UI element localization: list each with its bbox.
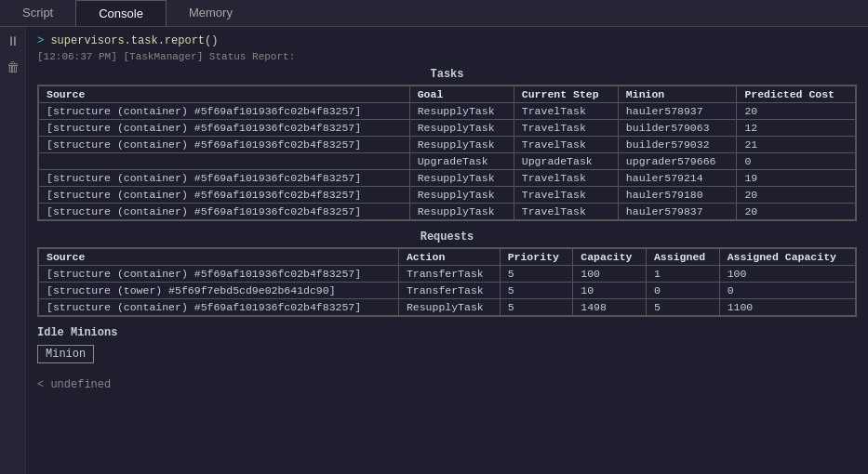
- table-cell: TravelTask: [514, 137, 618, 153]
- requests-col-header: Capacity: [573, 249, 647, 266]
- table-cell: [structure (container) #5f69af101936fc02…: [39, 170, 410, 187]
- table-cell: ResupplyTask: [409, 103, 514, 120]
- tasks-header-row: SourceGoalCurrent StepMinionPredicted Co…: [39, 86, 856, 103]
- table-cell: 10: [573, 283, 647, 299]
- table-row: [structure (container) #5f69af101936fc02…: [39, 299, 856, 316]
- table-cell: hauler579837: [618, 204, 737, 220]
- requests-col-header: Assigned Capacity: [719, 249, 855, 266]
- table-cell: UpgradeTask: [514, 153, 618, 170]
- table-cell: TransferTask: [398, 266, 500, 283]
- table-cell: ResupplyTask: [409, 120, 514, 137]
- tab-script[interactable]: Script: [0, 0, 75, 26]
- table-cell: 21: [737, 137, 856, 153]
- tasks-section-title: Tasks: [37, 68, 857, 81]
- timestamp-text: [12:06:37 PM]: [37, 51, 117, 62]
- table-cell: 100: [719, 266, 855, 283]
- table-cell: 5: [500, 266, 573, 283]
- table-row: UpgradeTaskUpgradeTaskupgrader5796660: [39, 153, 856, 170]
- trash-icon[interactable]: 🗑: [7, 60, 20, 75]
- table-cell: TransferTask: [398, 283, 500, 299]
- table-cell: hauler579180: [618, 187, 737, 204]
- table-cell: 1: [646, 266, 719, 283]
- status-label-text: [TaskManager] Status Report:: [123, 51, 295, 62]
- idle-minions-title: Idle Minions: [37, 326, 857, 339]
- table-cell: ResupplyTask: [409, 204, 514, 220]
- tab-bar: Script Console Memory: [0, 0, 868, 27]
- status-timestamp: [12:06:37 PM] [TaskManager] Status Repor…: [37, 51, 857, 62]
- console-area[interactable]: > supervisors.task.report() [12:06:37 PM…: [26, 27, 868, 474]
- table-row: [structure (container) #5f69af101936fc02…: [39, 187, 856, 204]
- table-cell: UpgradeTask: [409, 153, 514, 170]
- requests-col-header: Action: [398, 249, 500, 266]
- table-row: [structure (container) #5f69af101936fc02…: [39, 204, 856, 220]
- table-cell: [39, 153, 410, 170]
- table-cell: TravelTask: [514, 103, 618, 120]
- tasks-col-header: Minion: [618, 86, 737, 103]
- tasks-table-wrapper: SourceGoalCurrent StepMinionPredicted Co…: [37, 85, 857, 221]
- table-cell: 19: [737, 170, 856, 187]
- table-cell: ResupplyTask: [398, 299, 500, 316]
- table-cell: TravelTask: [514, 187, 618, 204]
- table-row: [structure (tower) #5f69f7ebd5cd9e02b641…: [39, 283, 856, 299]
- tasks-col-header: Goal: [409, 86, 514, 103]
- tasks-table: SourceGoalCurrent StepMinionPredicted Co…: [38, 86, 856, 220]
- command-text: supervisors.task.report(): [50, 34, 218, 47]
- pause-icon[interactable]: ⏸: [7, 34, 20, 49]
- table-cell: builder579032: [618, 137, 737, 153]
- main-layout: ⏸ 🗑 > supervisors.task.report() [12:06:3…: [0, 27, 868, 474]
- table-cell: 0: [719, 283, 855, 299]
- table-cell: 20: [737, 103, 856, 120]
- table-cell: 5: [646, 299, 719, 316]
- table-cell: 0: [737, 153, 856, 170]
- tasks-col-header: Current Step: [514, 86, 618, 103]
- table-row: [structure (container) #5f69af101936fc02…: [39, 103, 856, 120]
- requests-col-header: Source: [39, 249, 399, 266]
- table-cell: builder579063: [618, 120, 737, 137]
- undefined-arrow: <: [37, 378, 44, 391]
- table-cell: 12: [737, 120, 856, 137]
- sidebar: ⏸ 🗑: [0, 27, 26, 474]
- requests-col-header: Priority: [500, 249, 573, 266]
- requests-header-row: SourceActionPriorityCapacityAssignedAssi…: [39, 249, 856, 266]
- minion-badge: Minion: [37, 345, 94, 363]
- table-cell: ResupplyTask: [409, 170, 514, 187]
- table-cell: [structure (container) #5f69af101936fc02…: [39, 103, 410, 120]
- table-cell: 5: [500, 299, 573, 316]
- table-cell: 20: [737, 204, 856, 220]
- table-cell: 100: [573, 266, 647, 283]
- table-cell: upgrader579666: [618, 153, 737, 170]
- tasks-col-header: Predicted Cost: [737, 86, 856, 103]
- table-cell: [structure (tower) #5f69f7ebd5cd9e02b641…: [39, 283, 399, 299]
- table-cell: [structure (container) #5f69af101936fc02…: [39, 120, 410, 137]
- table-row: [structure (container) #5f69af101936fc02…: [39, 120, 856, 137]
- table-cell: 5: [500, 283, 573, 299]
- undefined-line: < undefined: [37, 378, 857, 391]
- table-cell: 1100: [719, 299, 855, 316]
- requests-col-header: Assigned: [646, 249, 719, 266]
- table-row: [structure (container) #5f69af101936fc02…: [39, 266, 856, 283]
- requests-table-wrapper: SourceActionPriorityCapacityAssignedAssi…: [37, 247, 857, 317]
- table-cell: hauler578937: [618, 103, 737, 120]
- table-cell: hauler579214: [618, 170, 737, 187]
- table-cell: TravelTask: [514, 204, 618, 220]
- command-line: > supervisors.task.report(): [37, 34, 857, 47]
- table-row: [structure (container) #5f69af101936fc02…: [39, 137, 856, 153]
- table-cell: TravelTask: [514, 120, 618, 137]
- table-cell: [structure (container) #5f69af101936fc02…: [39, 299, 399, 316]
- table-cell: 20: [737, 187, 856, 204]
- undefined-text: undefined: [50, 378, 111, 391]
- tab-console[interactable]: Console: [75, 0, 167, 26]
- tab-memory[interactable]: Memory: [167, 0, 255, 26]
- tasks-col-header: Source: [39, 86, 410, 103]
- table-cell: [structure (container) #5f69af101936fc02…: [39, 266, 399, 283]
- table-cell: TravelTask: [514, 170, 618, 187]
- table-cell: [structure (container) #5f69af101936fc02…: [39, 204, 410, 220]
- table-cell: [structure (container) #5f69af101936fc02…: [39, 137, 410, 153]
- table-cell: [structure (container) #5f69af101936fc02…: [39, 187, 410, 204]
- requests-table: SourceActionPriorityCapacityAssignedAssi…: [38, 248, 856, 316]
- table-cell: 0: [646, 283, 719, 299]
- requests-section-title: Requests: [37, 230, 857, 244]
- table-row: [structure (container) #5f69af101936fc02…: [39, 170, 856, 187]
- table-cell: ResupplyTask: [409, 187, 514, 204]
- table-cell: ResupplyTask: [409, 137, 514, 153]
